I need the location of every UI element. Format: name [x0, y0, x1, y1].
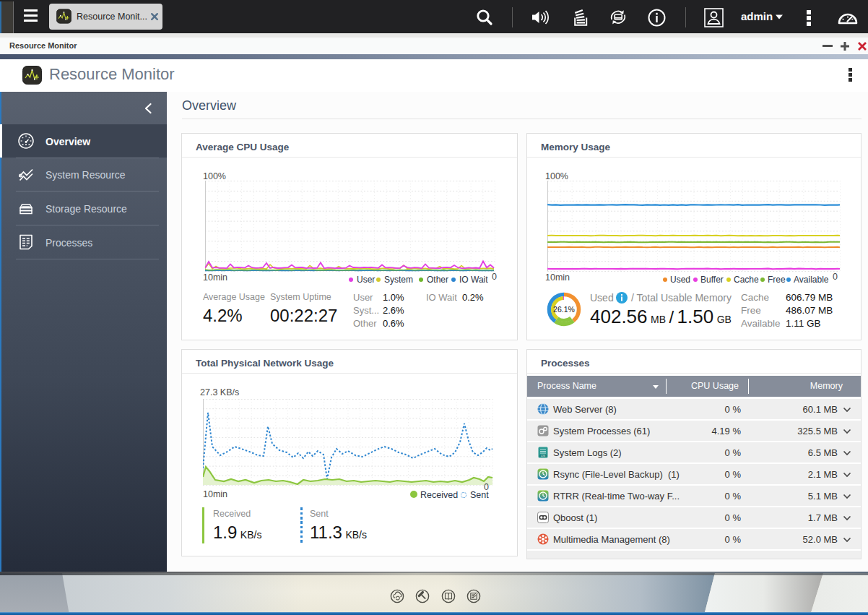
svg-text:LOG: LOG	[541, 455, 545, 457]
svg-text:26.1%: 26.1%	[553, 305, 575, 314]
